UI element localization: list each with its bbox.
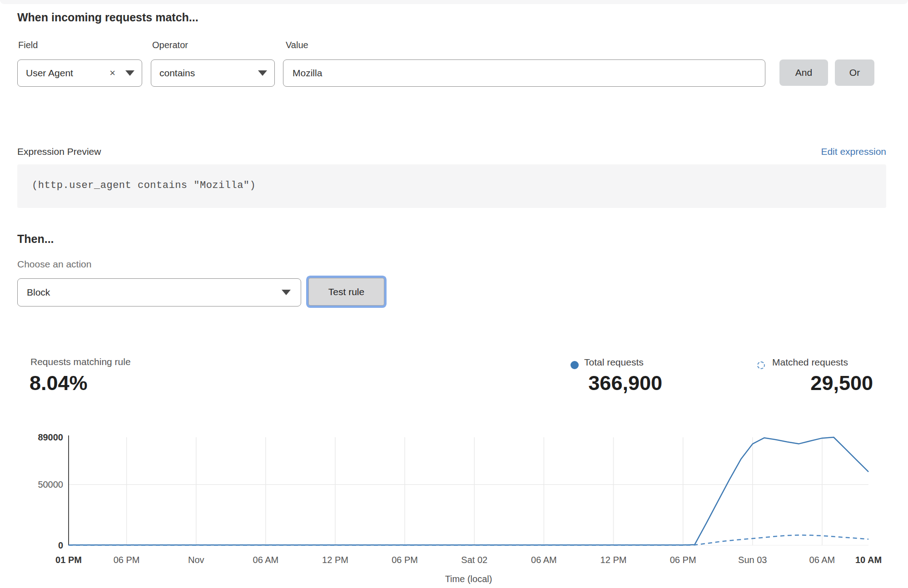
x-tick-label: Nov <box>188 555 204 565</box>
x-tick-label: 12 PM <box>600 555 627 565</box>
section-heading-when: When incoming requests match... <box>17 11 198 24</box>
field-label: Field <box>18 40 38 50</box>
series-line-total <box>69 437 868 545</box>
y-tick-label: 0 <box>58 540 63 550</box>
requests-chart: 0500008900001 PM06 PMNov06 AM12 PM06 PMS… <box>0 427 908 588</box>
section-heading-then: Then... <box>17 232 54 246</box>
value-input[interactable] <box>283 59 765 87</box>
x-tick-label: 12 PM <box>322 555 348 565</box>
expression-code-block: (http.user_agent contains "Mozilla") <box>17 164 886 208</box>
and-button[interactable]: And <box>779 59 828 86</box>
operator-select[interactable]: contains <box>151 59 275 87</box>
x-tick-label: 10 AM <box>855 555 882 565</box>
action-select[interactable]: Block <box>17 278 301 306</box>
firewall-rule-page: When incoming requests match... Field Op… <box>0 0 908 588</box>
top-divider <box>0 0 908 4</box>
y-tick-label: 89000 <box>38 432 63 442</box>
x-tick-label: 01 PM <box>55 555 82 565</box>
x-tick-label: Sat 02 <box>461 555 487 565</box>
x-tick-label: 06 PM <box>392 555 418 565</box>
clear-field-icon[interactable]: × <box>107 67 118 79</box>
matched-requests-circle-icon <box>757 361 765 369</box>
x-tick-label: 06 AM <box>809 555 835 565</box>
total-requests-value: 366,900 <box>588 371 662 395</box>
x-tick-label: 06 AM <box>253 555 279 565</box>
x-tick-label: 06 PM <box>114 555 140 565</box>
series-line-matched <box>69 535 868 545</box>
edit-expression-link[interactable]: Edit expression <box>821 146 886 157</box>
chevron-down-icon <box>282 290 291 295</box>
operator-label: Operator <box>152 40 188 50</box>
matched-requests-value: 29,500 <box>810 371 873 395</box>
chevron-down-icon <box>125 70 134 76</box>
expression-code: (http.user_agent contains "Mozilla") <box>32 180 256 191</box>
field-select[interactable]: User Agent × <box>17 59 142 87</box>
x-tick-label: 06 PM <box>670 555 696 565</box>
x-tick-label: 06 AM <box>531 555 557 565</box>
x-axis-title: Time (local) <box>445 574 492 584</box>
action-select-value: Block <box>27 287 50 298</box>
field-select-value: User Agent <box>26 68 73 79</box>
x-tick-label: Sun 03 <box>738 555 767 565</box>
operator-select-value: contains <box>159 68 195 79</box>
matching-rule-label: Requests matching rule <box>30 356 131 367</box>
y-tick-label: 50000 <box>38 479 63 489</box>
matched-requests-label: Matched requests <box>772 357 848 368</box>
total-requests-label: Total requests <box>584 357 644 368</box>
expression-preview-label: Expression Preview <box>17 146 101 157</box>
chevron-down-icon <box>258 70 267 76</box>
test-rule-button[interactable]: Test rule <box>308 278 384 306</box>
or-button[interactable]: Or <box>835 59 874 86</box>
total-requests-dot-icon <box>571 361 579 369</box>
value-label: Value <box>286 40 308 50</box>
matching-rule-value: 8.04% <box>30 371 88 395</box>
choose-action-label: Choose an action <box>17 259 91 270</box>
